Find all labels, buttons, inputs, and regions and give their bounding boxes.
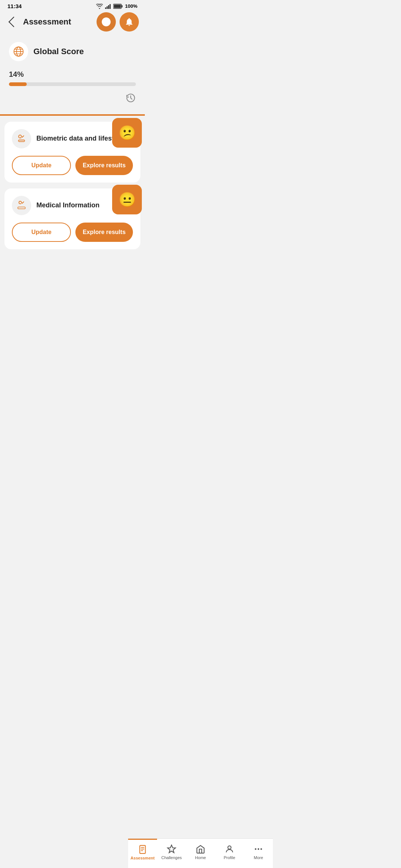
global-score-header: Global Score [9, 42, 136, 61]
bell-icon [124, 17, 134, 27]
svg-rect-13 [18, 140, 25, 141]
header-actions [97, 12, 139, 32]
svg-rect-0 [105, 7, 106, 9]
back-arrow-icon [9, 17, 19, 27]
page-title: Assessment [23, 17, 71, 27]
svg-rect-6 [114, 4, 121, 8]
medical-explore-button[interactable]: Explore results [75, 223, 133, 242]
medical-update-button[interactable]: Update [12, 223, 71, 242]
global-score-title: Global Score [33, 47, 84, 56]
app-header: Assessment [0, 12, 145, 34]
medical-buttons: Update Explore results [12, 223, 133, 242]
global-score-section: Global Score 14% [0, 34, 145, 114]
history-icon [125, 93, 136, 103]
settings-button[interactable] [97, 12, 116, 32]
svg-rect-5 [121, 5, 123, 7]
battery-icon [113, 4, 123, 9]
biometric-explore-button[interactable]: Explore results [75, 156, 133, 175]
status-time: 11:34 [7, 3, 22, 9]
notification-button[interactable] [120, 12, 139, 32]
progress-bar-track [9, 82, 136, 86]
medical-icon-wrap [12, 196, 31, 215]
wifi-icon [96, 4, 103, 9]
score-percentage: 14% [9, 70, 136, 79]
biometric-emoji: 😕 [118, 125, 136, 141]
biometric-title: Biometric data and lifestyle [36, 134, 123, 143]
medical-emoji: 😐 [118, 191, 136, 208]
svg-rect-1 [107, 6, 108, 9]
back-button[interactable] [6, 15, 19, 29]
status-bar: 11:34 100% [0, 0, 145, 12]
medical-title: Medical Information [36, 201, 100, 210]
biometric-icon-wrap [12, 129, 31, 148]
svg-rect-15 [18, 207, 25, 209]
globe-icon-wrap [9, 42, 28, 61]
settings-icon [101, 17, 111, 27]
status-icons: 100% [96, 3, 137, 9]
svg-rect-3 [110, 4, 111, 9]
history-button[interactable] [9, 93, 136, 103]
battery-percent: 100% [125, 3, 137, 9]
signal-icon [105, 4, 111, 9]
svg-rect-2 [108, 5, 109, 9]
biometric-update-button[interactable]: Update [12, 156, 71, 175]
cards-container: Biometric data and lifestyle 😕 Update Ex… [0, 116, 145, 255]
heart-hand-icon [16, 134, 27, 144]
card-top: Biometric data and lifestyle 😕 [12, 129, 133, 148]
medical-emoji-badge: 😐 [112, 185, 142, 214]
progress-bar-fill [9, 82, 27, 86]
biometric-buttons: Update Explore results [12, 156, 133, 175]
biometric-emoji-badge: 😕 [112, 118, 142, 148]
card-top-medical: Medical Information 😐 [12, 196, 133, 215]
medical-card: Medical Information 😐 Update Explore res… [4, 188, 140, 249]
medical-icon [16, 200, 27, 211]
globe-icon [13, 46, 24, 57]
biometric-card: Biometric data and lifestyle 😕 Update Ex… [4, 122, 140, 183]
